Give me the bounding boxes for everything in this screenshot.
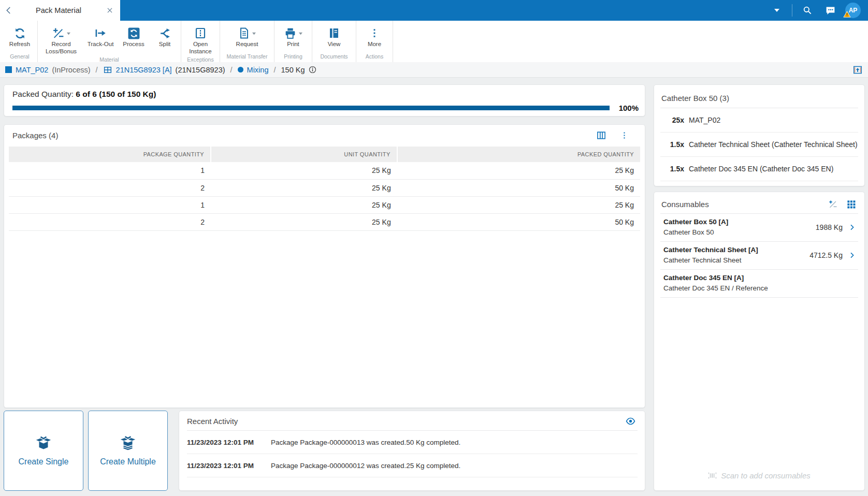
- request-icon: [238, 27, 250, 39]
- create-multiple-box-icon: [119, 435, 137, 451]
- adjust-consumables-button[interactable]: [828, 199, 838, 209]
- bottom-row: Create Single Create Multiple Recent Act…: [4, 411, 645, 491]
- barcode-icon: [708, 472, 717, 479]
- packed-quantity-title: Packed Quantity: 6 of 6 (150 of 150 Kg): [9, 90, 639, 99]
- packed-progress-fill: [12, 106, 610, 110]
- activity-timestamp: 11/23/2023 12:01 PM: [187, 462, 271, 470]
- consumable-qty: 4712.5 Kg: [809, 251, 843, 259]
- breadcrumb-material-state: (InProcess): [52, 66, 90, 74]
- activity-row: 11/23/2023 12:01 PM Package Package-0000…: [187, 454, 638, 477]
- breadcrumb-step-link[interactable]: Mixing: [247, 66, 269, 74]
- process-button[interactable]: Process: [118, 24, 150, 49]
- chat-icon: [825, 5, 836, 16]
- packages-table-header: PACKAGE QUANTITY UNIT QUANTITY PACKED QU…: [9, 147, 640, 162]
- create-single-label: Create Single: [19, 457, 69, 466]
- breadcrumb-lot-link[interactable]: 21N15G8923 [A]: [116, 66, 172, 74]
- more-icon: [369, 25, 380, 41]
- column-header[interactable]: PACKAGE QUANTITY: [9, 147, 211, 162]
- list-item[interactable]: 25x MAT_P02: [660, 108, 858, 133]
- table-row[interactable]: 2 25 Kg 50 Kg: [9, 179, 640, 196]
- column-header[interactable]: UNIT QUANTITY: [211, 147, 397, 162]
- tab-pack-material[interactable]: Pack Material: [0, 0, 120, 21]
- chevron-down-icon: [252, 32, 256, 35]
- table-row[interactable]: 2 25 Kg 50 Kg: [9, 213, 640, 230]
- column-header[interactable]: PACKED QUANTITY: [397, 147, 640, 162]
- create-single-button[interactable]: Create Single: [4, 411, 83, 491]
- user-menu-button[interactable]: AP: [843, 0, 863, 21]
- open-instance-icon: [194, 25, 207, 41]
- cell-packed-quantity: 50 Kg: [397, 213, 640, 230]
- table-row[interactable]: 1 25 Kg 25 Kg: [9, 162, 640, 179]
- track-out-button[interactable]: Track-Out: [83, 24, 118, 49]
- info-icon[interactable]: [308, 65, 317, 74]
- scan-hint: Scan to add consumables: [660, 471, 858, 480]
- consumable-item[interactable]: Catheter Doc 345 EN [A] Catheter Doc 345…: [660, 270, 858, 298]
- ribbon-toolbar: Refresh General Record Loss/Bonus Track-…: [0, 21, 868, 62]
- recent-activity-title: Recent Activity: [187, 417, 626, 426]
- chevron-right-icon[interactable]: [848, 223, 856, 231]
- open-instance-button[interactable]: Open Instance: [182, 24, 219, 56]
- activity-timestamp: 11/23/2023 12:01 PM: [187, 439, 271, 446]
- search-button[interactable]: [798, 0, 817, 21]
- ribbon-group-documents: View Documents: [312, 21, 356, 62]
- create-single-box-icon: [35, 435, 52, 451]
- breadcrumb-material-link[interactable]: MAT_P02: [16, 66, 48, 74]
- ribbon-group-material: Record Loss/Bonus Track-Out Process Spli…: [38, 21, 181, 62]
- tab-title: Pack Material: [18, 6, 99, 14]
- tab-close-button[interactable]: [99, 7, 120, 14]
- consumable-item[interactable]: Catheter Technical Sheet [A] Catheter Te…: [660, 242, 858, 270]
- request-button[interactable]: Request: [221, 24, 273, 49]
- cell-unit-quantity: 25 Kg: [211, 196, 397, 213]
- refresh-icon: [13, 25, 26, 41]
- consumable-qty: 1988 Kg: [816, 223, 843, 231]
- ribbon-group-label: Material Transfer: [221, 53, 273, 62]
- progress-track: [12, 106, 610, 110]
- packed-progress: 100%: [9, 104, 639, 112]
- watch-activity-button[interactable]: [626, 417, 638, 426]
- ribbon-group-label: Actions: [357, 53, 392, 62]
- eye-icon: [626, 417, 635, 426]
- activity-text: Package Package-000000013 was created.50…: [271, 439, 460, 446]
- packed-quantity-label: Packed Quantity:: [12, 90, 76, 98]
- consumable-sub: Catheter Doc 345 EN / Reference: [663, 283, 857, 294]
- ribbon-group-material-transfer: Request Material Transfer: [220, 21, 274, 62]
- chevron-down-icon: [66, 32, 71, 35]
- cell-package-quantity: 2: [9, 179, 211, 196]
- refresh-button[interactable]: Refresh: [3, 24, 36, 49]
- topbar-divider: [792, 4, 792, 17]
- bom-panel: Catheter Box 50 (3) 25x MAT_P02 1.5x Cat…: [654, 84, 865, 186]
- consumables-panel: Consumables Catheter Box 50 [A] Catheter…: [654, 192, 865, 491]
- breadcrumb-separator: /: [229, 66, 234, 74]
- ribbon-group-exceptions: Open Instance Exceptions: [181, 21, 220, 62]
- consumables-grid-view-button[interactable]: [846, 199, 856, 209]
- record-loss-bonus-button[interactable]: Record Loss/Bonus: [39, 24, 83, 56]
- activity-text: Package Package-000000012 was created.25…: [271, 462, 460, 470]
- more-button[interactable]: More: [357, 24, 392, 49]
- column-settings-button[interactable]: [596, 130, 606, 140]
- list-item[interactable]: 1.5x Catheter Technical Sheet (Catheter …: [660, 133, 858, 157]
- expand-menu-button[interactable]: [767, 0, 787, 21]
- chevron-down-icon: [773, 8, 780, 13]
- list-item[interactable]: 1.5x Catheter Doc 345 EN (Catheter Doc 3…: [660, 157, 858, 181]
- table-row[interactable]: 1 25 Kg 25 Kg: [9, 196, 640, 213]
- spacer: [660, 298, 858, 471]
- split-button[interactable]: Split: [150, 24, 180, 49]
- ribbon-group-general: Refresh General: [2, 21, 38, 62]
- breadcrumb-lot-alt: (21N15G8923): [176, 66, 225, 74]
- chevron-right-icon[interactable]: [848, 251, 856, 259]
- bom-item-name: Catheter Doc 345 EN (Catheter Doc 345 EN…: [689, 165, 833, 173]
- packed-quantity-value: 6 of 6 (150 of 150 Kg): [76, 90, 156, 98]
- chat-button[interactable]: [820, 0, 840, 21]
- packages-menu-button[interactable]: [620, 130, 629, 140]
- back-button[interactable]: [0, 6, 18, 15]
- consumable-sub: Catheter Technical Sheet: [663, 255, 809, 266]
- view-documents-icon: [328, 25, 340, 41]
- cell-package-quantity: 1: [9, 196, 211, 213]
- bom-panel-title: Catheter Box 50 (3): [660, 90, 858, 108]
- print-button[interactable]: Print: [276, 24, 311, 49]
- view-button[interactable]: View: [313, 24, 355, 49]
- consumable-item[interactable]: Catheter Box 50 [A] Catheter Box 50 1988…: [660, 214, 858, 242]
- panel-expand-button[interactable]: [852, 65, 863, 75]
- sidebar: Catheter Box 50 (3) 25x MAT_P02 1.5x Cat…: [654, 84, 865, 491]
- create-multiple-button[interactable]: Create Multiple: [88, 411, 168, 491]
